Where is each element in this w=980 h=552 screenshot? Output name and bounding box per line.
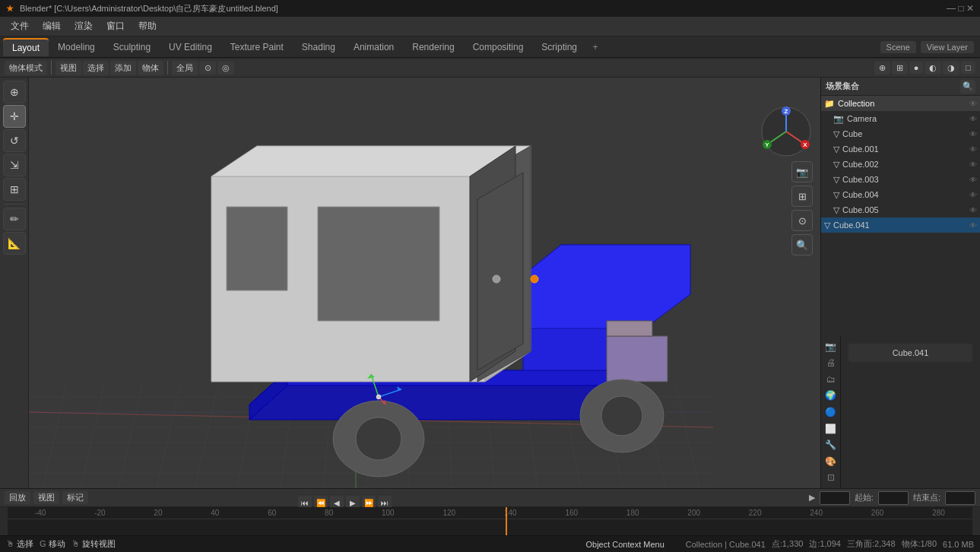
view-menu[interactable]: 视图 xyxy=(56,61,81,75)
camera-name: Camera xyxy=(847,114,877,123)
outliner-item-cube005[interactable]: ▽ Cube.005 👁 xyxy=(830,202,980,217)
cube005-visibility[interactable]: 👁 xyxy=(969,206,977,214)
viewport-nav-icons: 📷 ⊞ ⊙ 🔍 xyxy=(791,161,813,255)
playback-menu[interactable]: 回放 xyxy=(5,491,30,504)
measure-tool[interactable]: 📐 xyxy=(3,232,26,255)
material-properties-icon[interactable]: 🎨 xyxy=(823,454,839,469)
render-mode-rendered[interactable]: ◑ xyxy=(943,62,959,75)
zoom-nav-icon[interactable]: 🔍 xyxy=(791,234,813,255)
output-properties-icon[interactable]: 🖨 xyxy=(823,356,839,371)
object-properties-icon[interactable]: ⬜ xyxy=(823,421,839,436)
outliner-item-collection[interactable]: 📁 Collection 👁 xyxy=(821,96,980,111)
move-tool[interactable]: ✛ xyxy=(3,105,26,128)
tool-separator-1 xyxy=(4,204,25,205)
cube041-visibility[interactable]: 👁 xyxy=(969,221,977,230)
render-mode-wireframe[interactable]: □ xyxy=(961,62,975,74)
transform-tool[interactable]: ⊞ xyxy=(3,178,26,201)
object-menu[interactable]: 物体 xyxy=(138,61,163,75)
gizmo-button[interactable]: ⊞ xyxy=(892,62,908,75)
selected-object-name: Cube.041 xyxy=(848,344,972,362)
snap-button[interactable]: ⊙ xyxy=(199,62,216,75)
camera-visibility[interactable]: 👁 xyxy=(969,115,977,123)
outliner-item-cube003[interactable]: ▽ Cube.003 👁 xyxy=(830,172,980,187)
collection-status: Collection | Cube.041 xyxy=(686,540,766,549)
properties-content: Cube.041 xyxy=(841,336,980,488)
scene-properties-icon[interactable]: 🌍 xyxy=(823,389,839,404)
cube-visibility[interactable]: 👁 xyxy=(969,130,977,138)
scene-selector[interactable]: Scene xyxy=(880,41,916,53)
timeline-ruler[interactable]: -40 -20 20 40 60 80 100 120 140 160 180 … xyxy=(0,507,980,535)
tab-sculpting[interactable]: Sculpting xyxy=(104,39,160,56)
menu-help[interactable]: 帮助 xyxy=(132,18,163,34)
world-properties-icon[interactable]: 🔵 xyxy=(823,404,839,420)
rotate-tool[interactable]: ↺ xyxy=(3,129,26,152)
frame-num-20p: 20 xyxy=(154,509,162,517)
cube001-visibility[interactable]: 👁 xyxy=(969,145,977,154)
frame-num-260: 260 xyxy=(871,509,884,517)
select-menu[interactable]: 选择 xyxy=(83,61,109,75)
markers-menu[interactable]: 标记 xyxy=(62,491,88,504)
scale-tool[interactable]: ⇲ xyxy=(3,154,26,176)
cube002-visibility[interactable]: 👁 xyxy=(969,160,977,169)
add-menu[interactable]: 添加 xyxy=(110,61,136,75)
outliner-item-cube001[interactable]: ▽ Cube.001 👁 xyxy=(830,141,980,157)
tab-shading[interactable]: Shading xyxy=(293,39,344,56)
window-controls[interactable]: — □ ✕ xyxy=(947,3,974,14)
collection-visibility[interactable]: 👁 xyxy=(969,100,977,108)
tab-rendering[interactable]: Rendering xyxy=(403,39,463,56)
render-mode-solid[interactable]: ● xyxy=(909,62,924,74)
menu-file[interactable]: 文件 xyxy=(5,18,35,34)
outliner-item-cube004[interactable]: ▽ Cube.004 👁 xyxy=(830,187,980,202)
cube001-name: Cube.001 xyxy=(842,144,879,154)
tab-uv-editing[interactable]: UV Editing xyxy=(160,39,221,56)
main-layout: ⊕ ✛ ↺ ⇲ ⊞ ✏ 📐 用户透视 (1) Collection | Cube… xyxy=(0,78,980,488)
render-properties-icon[interactable]: 📷 xyxy=(823,339,839,354)
add-workspace-button[interactable]: + xyxy=(586,38,604,56)
viewport-gizmo[interactable]: Z X Y xyxy=(760,105,813,158)
outliner-item-cube[interactable]: ▽ Cube 👁 xyxy=(830,126,980,141)
render-mode-material[interactable]: ◐ xyxy=(924,62,941,75)
tab-layout[interactable]: Layout xyxy=(3,38,49,56)
outliner-search-button[interactable]: 🔍 xyxy=(960,80,975,94)
data-properties-icon[interactable]: ⊡ xyxy=(823,471,839,486)
edge-count: 边:1,094 xyxy=(809,538,841,550)
frame-end-input[interactable]: 250 xyxy=(945,491,975,505)
outliner-item-camera[interactable]: 📷 Camera 👁 xyxy=(830,111,980,126)
perspective-nav-icon[interactable]: ⊞ xyxy=(791,186,813,207)
menu-render[interactable]: 渲染 xyxy=(68,18,99,34)
workspace-tabs: Layout Modeling Sculpting UV Editing Tex… xyxy=(0,36,980,58)
frame-start-input[interactable]: 1 xyxy=(878,491,909,505)
view-layer-properties-icon[interactable]: 🗂 xyxy=(823,372,839,387)
transform-orientation[interactable]: 全局 xyxy=(172,61,198,75)
tab-modeling[interactable]: Modeling xyxy=(49,39,104,56)
tab-animation[interactable]: Animation xyxy=(344,39,403,56)
tab-texture-paint[interactable]: Texture Paint xyxy=(221,39,293,56)
cube003-visibility[interactable]: 👁 xyxy=(969,176,977,184)
modifier-properties-icon[interactable]: 🔧 xyxy=(823,437,839,452)
viewport-overlay-button[interactable]: ⊕ xyxy=(874,62,890,75)
tab-compositing[interactable]: Compositing xyxy=(464,39,533,56)
current-frame-input[interactable]: 1 xyxy=(820,491,850,505)
tab-scripting[interactable]: Scripting xyxy=(532,39,586,56)
menu-window[interactable]: 窗口 xyxy=(100,18,131,34)
outliner-list[interactable]: 📁 Collection 👁 📷 Camera 👁 ▽ Cube 👁 ▽ Cub… xyxy=(821,96,980,336)
view-layer-selector[interactable]: View Layer xyxy=(921,41,974,53)
outliner-item-cube041[interactable]: ▽ Cube.041 👁 xyxy=(821,217,980,233)
end-label: 结束点: xyxy=(913,492,940,503)
camera-icon: 📷 xyxy=(833,114,844,124)
proportional-edit-button[interactable]: ◎ xyxy=(217,62,234,75)
orbit-nav-icon[interactable]: ⊙ xyxy=(791,210,813,231)
mode-selector[interactable]: 物体模式 xyxy=(5,61,47,75)
cursor-tool[interactable]: ⊕ xyxy=(3,81,26,103)
viewport-toolbar: 物体模式 视图 选择 添加 物体 全局 ⊙ ◎ ⊕ ⊞ ● ◐ ◑ □ xyxy=(0,58,980,78)
title-bar: ★ Blender* [C:\Users\Administrator\Deskt… xyxy=(0,0,980,17)
outliner-item-cube002[interactable]: ▽ Cube.002 👁 xyxy=(830,157,980,172)
annotate-tool[interactable]: ✏ xyxy=(3,208,26,230)
camera-nav-icon[interactable]: 📷 xyxy=(791,161,813,182)
scene-viewport[interactable] xyxy=(29,78,820,488)
svg-marker-43 xyxy=(227,207,287,290)
cube004-visibility[interactable]: 👁 xyxy=(969,191,977,199)
menu-edit[interactable]: 编辑 xyxy=(36,18,67,34)
view-menu-tl[interactable]: 视图 xyxy=(33,491,59,504)
viewport-3d[interactable]: 用户透视 (1) Collection | Cube.041 xyxy=(29,78,820,488)
